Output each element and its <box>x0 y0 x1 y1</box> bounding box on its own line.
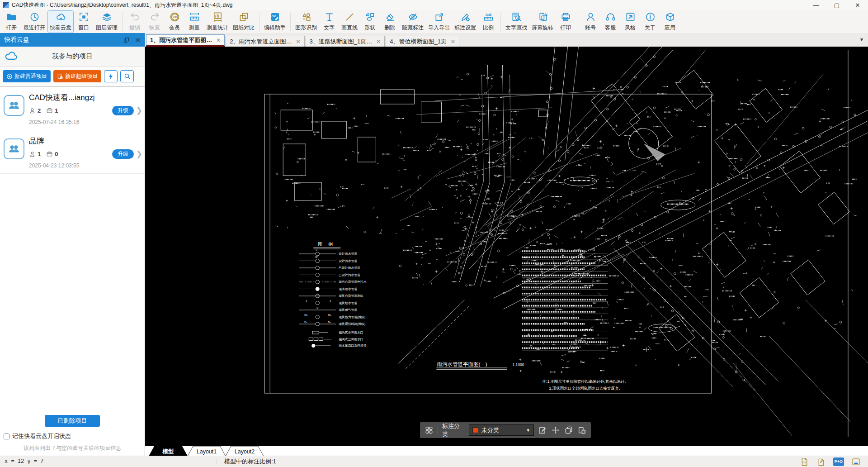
people-icon <box>7 142 21 156</box>
cloud-drive-panel: 快看云盘 我参与的项目 新建普通项目 <box>0 33 145 456</box>
close-tab-icon[interactable]: ✕ <box>216 37 221 43</box>
cloud-drive-header: 快看云盘 <box>0 33 145 47</box>
toolbar-compare[interactable]: 图纸对比 <box>231 10 257 33</box>
toolbar-support[interactable]: 客服 <box>600 10 620 33</box>
annotation-category-select[interactable]: 未分类 ▼ <box>469 424 534 436</box>
chevron-right-icon[interactable]: ❯ <box>136 149 142 159</box>
title-bar: CAD快速看图 - C:\Users\liangzj\Desktop\conve… <box>0 0 868 10</box>
draw-line-icon <box>344 12 355 22</box>
toolbar-shapes[interactable]: 形状 <box>360 10 380 33</box>
toolbar-eraser[interactable]: 删除 <box>380 10 400 33</box>
batch-export-pdf-icon[interactable] <box>816 457 826 467</box>
toolbar-cloud[interactable]: 快看云盘 <box>47 10 74 33</box>
legend-item-label: 设计雨水管道 <box>339 252 357 256</box>
remember-checkbox[interactable] <box>4 434 9 439</box>
chevron-right-icon[interactable]: ❯ <box>136 106 142 115</box>
member-count: 1 <box>38 151 41 157</box>
doc-tab-4[interactable]: 4、管位横断面图_1页✕ <box>386 36 459 47</box>
project-item[interactable]: CAD快速看...iangzj21升级2025-07-24 16:35:16❯ <box>0 87 145 130</box>
doc-tab-2[interactable]: 2、雨污水管道立面图…✕ <box>226 36 304 47</box>
toolbar-import-export[interactable]: 导入导出 <box>426 10 452 33</box>
toolbar-text-search[interactable]: A文字查找 <box>503 10 529 33</box>
category-grid-icon[interactable] <box>425 425 434 435</box>
panel-title-row: 我参与的项目 <box>0 47 145 67</box>
svg-text:PDF: PDF <box>802 461 807 463</box>
cad-canvas[interactable]: 图 例 Y设计雨水管道W设计污水管道已设计雨水管道已设计污水管道现有合流管道作污… <box>145 47 868 446</box>
folder-small-icon <box>46 107 53 114</box>
svg-text:Y: Y <box>316 249 317 252</box>
toolbar-label: 文字查找 <box>505 24 527 32</box>
app-window: CAD快速看图 - C:\Users\liangzj\Desktop\conve… <box>0 0 868 467</box>
close-button[interactable]: ✕ <box>847 0 868 10</box>
legend-item-label: 设计污水管道 <box>339 259 357 263</box>
layout-tabs-strip: 模型 Layout1 Layout2 <box>147 446 274 456</box>
deleted-projects-button[interactable]: 已删除项目 <box>45 415 100 427</box>
upgrade-button[interactable]: 升级 <box>112 149 134 159</box>
drawing-note-2: 2.现状雨水口全部拆除,雨水口连接管废弃。 <box>549 386 623 391</box>
toolbar-style[interactable]: 风格 <box>620 10 640 33</box>
toolbar-about[interactable]: 关于 <box>640 10 660 33</box>
minimize-button[interactable]: — <box>806 0 826 10</box>
tab-model-label[interactable]: 模型 <box>162 448 175 455</box>
edit-annotation-icon[interactable] <box>538 425 547 435</box>
search-project-button[interactable] <box>120 70 134 82</box>
close-tab-icon[interactable]: ✕ <box>296 38 301 45</box>
maximize-button[interactable]: ▢ <box>826 0 847 10</box>
toolbar-annotation-settings[interactable]: 标注设置 <box>452 10 478 33</box>
upgrade-button[interactable]: 升级 <box>112 106 134 115</box>
toolbar-label: 测量统计 <box>207 24 228 32</box>
svg-text:RL: RL <box>304 314 307 317</box>
new-super-project-button[interactable]: 新建超级项目 <box>53 70 101 82</box>
paste-annotation-icon[interactable] <box>577 425 586 435</box>
toolbar-edit-assistant[interactable]: CAD编辑助手 <box>262 10 288 33</box>
project-item[interactable]: 品牌10升级2025-04-23 12:03:55❯ <box>0 130 145 174</box>
toolbar-account[interactable]: 账号 <box>580 10 600 33</box>
doc-tab-3[interactable]: 3、道路纵断面图_1页…✕ <box>306 36 385 47</box>
toolbar-print[interactable]: 打印 <box>556 10 576 33</box>
undo-icon <box>130 12 140 22</box>
toolbar-measure[interactable]: 测量 <box>184 10 204 33</box>
tab-list-dropdown-icon[interactable]: ▼ <box>859 37 864 42</box>
legend: 图 例 Y设计雨水管道W设计污水管道已设计雨水管道已设计污水管道现有合流管道作污… <box>299 242 366 348</box>
sync-button[interactable] <box>104 70 118 82</box>
toolbar-shape-recognition[interactable]: 图形识别 <box>293 10 319 33</box>
doc-tab-1[interactable]: 1、雨污水管道平面图…✕ <box>146 34 225 47</box>
toolbar-hide-annotation[interactable]: 隐藏标注 <box>400 10 426 33</box>
cad-drawing[interactable]: 图 例 Y设计雨水管道W设计污水管道已设计雨水管道已设计污水管道现有合流管道作污… <box>145 47 868 446</box>
remember-checkbox-row: 记住快看云盘开启状态 <box>4 432 141 440</box>
hide-annotation-icon <box>408 12 418 22</box>
tab-layout1-label[interactable]: Layout1 <box>197 448 217 455</box>
toolbar-screen-rotate[interactable]: 屏幕旋转 <box>529 10 556 33</box>
copy-annotation-icon[interactable] <box>564 425 573 435</box>
close-tab-icon[interactable]: ✕ <box>376 38 381 45</box>
toolbar-scale-ratio[interactable]: A:B比例 <box>478 10 498 33</box>
toolbar-text[interactable]: 文字 <box>319 10 339 33</box>
new-normal-project-button[interactable]: 新建普通项目 <box>3 70 51 82</box>
move-annotation-icon[interactable] <box>551 425 560 435</box>
p-plus-o-icon[interactable]: P+O <box>833 457 844 466</box>
toolbar-open-folder[interactable]: 打开 <box>1 10 21 33</box>
super-project-icon <box>57 73 63 80</box>
toolbar-draw-line[interactable]: 画直线 <box>339 10 360 33</box>
toolbar-label: 关于 <box>645 24 656 32</box>
toolbar-label: 会员 <box>169 24 180 32</box>
toolbar-measure-stats[interactable]: 测量统计 <box>204 10 231 33</box>
close-panel-icon[interactable] <box>135 37 141 43</box>
legend-item: 现状自流管道废除 <box>299 294 363 298</box>
toolbar-label: 窗口 <box>78 24 89 32</box>
svg-text:J: J <box>306 300 307 303</box>
toolbar-apps[interactable]: 应用 <box>660 10 680 33</box>
export-pdf-icon[interactable]: PDF <box>800 457 809 467</box>
toolbar-window[interactable]: 窗口 <box>74 10 94 33</box>
panel-toggle-icon[interactable] <box>851 457 861 467</box>
toolbar-layers[interactable]: 图层管理 <box>94 10 120 33</box>
toolbar-vip[interactable]: VIP会员 <box>165 10 184 33</box>
tab-layout2-label[interactable]: Layout2 <box>235 448 255 455</box>
float-panel-icon[interactable] <box>123 37 129 43</box>
svg-text:Dx: Dx <box>304 321 307 324</box>
screen-rotate-icon <box>538 12 548 22</box>
close-tab-icon[interactable]: ✕ <box>451 38 455 45</box>
legend-item-label: 已设计雨水管道 <box>339 266 360 270</box>
about-icon <box>645 12 656 22</box>
toolbar-recent-clock[interactable]: 最近打开 <box>21 10 47 33</box>
